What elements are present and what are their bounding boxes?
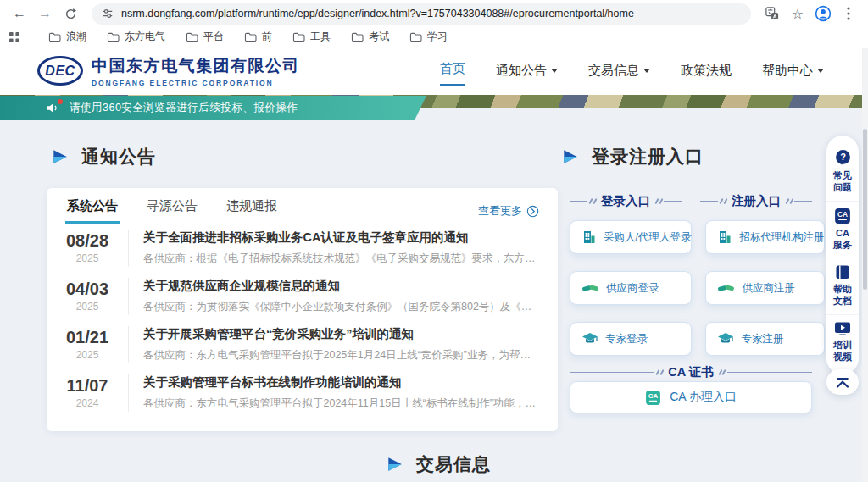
notice-desc: 各供应商：东方电气采购管理平台拟于2025年1月24日上线“竞价采购”业务，为帮…: [143, 348, 541, 363]
handshake-icon: [581, 282, 599, 295]
browser-menu-icon[interactable]: [837, 3, 860, 25]
company-logo[interactable]: DEC 中国东方电气集团有限公司 DONGFANG ELECTRIC CORPO…: [37, 55, 300, 87]
ca-badge-icon: CA: [645, 390, 661, 406]
svg-text:CA: CA: [837, 209, 848, 218]
trade-section-header: 交易信息: [386, 452, 491, 476]
bookmark-folder[interactable]: 考试: [344, 28, 396, 46]
notice-row[interactable]: 11/07 2024 关于采购管理平台标书在线制作功能培训的通知 各供应商：东方…: [47, 368, 558, 417]
svg-text:CA: CA: [648, 392, 659, 400]
notification-dot: [58, 99, 63, 104]
building-icon: [581, 230, 597, 245]
graduation-cap-icon: [717, 332, 734, 346]
notice-title: 关于全面推进非招标采购业务CA认证及电子签章应用的通知: [143, 230, 541, 246]
tab-sourcing-notices[interactable]: 寻源公告: [145, 189, 199, 224]
site-header: DEC 中国东方电气集团有限公司 DONGFANG ELECTRIC CORPO…: [0, 47, 868, 94]
section-arrow-icon: [386, 455, 404, 474]
expert-register-button[interactable]: 专家注册: [705, 322, 825, 356]
notice-row[interactable]: 08/28 2025 关于全面推进非招标采购业务CA认证及电子签章应用的通知 各…: [47, 224, 558, 272]
speaker-icon: [46, 102, 61, 115]
tab-system-notices[interactable]: 系统公告: [65, 189, 120, 224]
nav-notices[interactable]: 通知公告: [496, 58, 558, 84]
url-bar[interactable]: nsrm.dongfang.com/platform/runtime/epp/d…: [92, 3, 751, 25]
notice-desc: 各供应商：东方电气采购管理平台拟于2024年11月15日上线“标书在线制作”功能…: [143, 396, 541, 411]
bookmark-label: 浪潮: [66, 30, 86, 44]
graduation-cap-icon: [581, 332, 598, 346]
view-more-link[interactable]: 查看更多: [478, 203, 539, 224]
register-entry-header: 注册入口: [732, 193, 781, 209]
expert-login-button[interactable]: 专家登录: [570, 322, 692, 356]
notice-title: 关于规范供应商企业规模信息的通知: [143, 278, 541, 294]
scrollbar-thumb[interactable]: [863, 129, 867, 290]
apps-grid-icon[interactable]: [8, 31, 20, 43]
book-icon: [834, 264, 851, 280]
ca-badge-icon: CA: [834, 208, 851, 224]
bookmark-folder[interactable]: 平台: [179, 28, 231, 46]
bookmark-label: 考试: [369, 30, 389, 44]
nav-home[interactable]: 首页: [440, 56, 465, 86]
bookmark-folder[interactable]: 工具: [286, 28, 337, 46]
chevron-down-icon: [817, 69, 824, 76]
floating-rail: ? 常见问题 CA CA服务 帮助文档: [826, 136, 859, 374]
bookmark-folder[interactable]: 浪潮: [42, 28, 93, 46]
login-entry-header: 登录入口: [601, 193, 650, 209]
notice-date: 08/28: [53, 231, 121, 251]
main-nav: 首页 通知公告 交易信息 政策法规 帮助中心: [440, 56, 824, 86]
dec-logo-icon: DEC: [37, 56, 83, 86]
folder-icon: [351, 31, 364, 42]
company-name-cn: 中国东方电气集团有限公司: [92, 55, 300, 77]
rail-training-videos[interactable]: 培训视频: [826, 314, 859, 370]
nav-trade-info[interactable]: 交易信息: [588, 58, 650, 84]
notice-row[interactable]: 04/03 2025 关于规范供应商企业规模信息的通知 各供应商：为贯彻落实《保…: [47, 272, 558, 320]
svg-text:?: ?: [840, 152, 846, 162]
notice-date: 04/03: [53, 280, 121, 299]
ca-apply-button[interactable]: CA CA 办理入口: [570, 381, 812, 413]
bookmark-label: 东方电气: [125, 30, 165, 44]
login-register-grid: 采购人/代理人登录 招标代理机构注册 供应商登录: [570, 220, 812, 356]
bookmark-label: 平台: [203, 30, 224, 44]
rail-help-docs[interactable]: 帮助文档: [826, 258, 859, 314]
notice-year: 2024: [53, 397, 121, 409]
bookmark-folder[interactable]: 学习: [403, 28, 454, 46]
bookmark-label: 前: [262, 30, 272, 44]
bookmark-folder[interactable]: 东方电气: [100, 28, 172, 46]
folder-icon: [186, 31, 198, 42]
page-scrollbar[interactable]: [862, 48, 868, 482]
notice-date: 01/21: [53, 328, 121, 347]
notice-year: 2025: [53, 252, 121, 264]
translate-icon[interactable]: [761, 3, 783, 25]
agency-register-button[interactable]: 招标代理机构注册: [705, 220, 825, 254]
site-info-icon[interactable]: [102, 8, 114, 19]
login-section-header: 登录注册入口: [561, 145, 704, 169]
section-title: 登录注册入口: [592, 145, 704, 169]
supplier-login-button[interactable]: 供应商登录: [570, 271, 692, 305]
rail-ca-service[interactable]: CA CA服务: [826, 201, 859, 258]
folder-icon: [292, 31, 305, 42]
bookmark-label: 工具: [310, 30, 331, 44]
nav-policies[interactable]: 政策法规: [681, 58, 732, 84]
notice-title: 关于开展采购管理平台“竞价采购业务”培训的通知: [143, 326, 541, 342]
back-icon[interactable]: ←: [8, 3, 31, 25]
bookmark-star-icon[interactable]: ☆: [787, 3, 809, 25]
reload-icon[interactable]: [59, 3, 81, 25]
main-content: 通知公告 系统公告 寻源公告 违规通报 查看更多 08/28 2025: [0, 108, 868, 482]
notice-row[interactable]: 01/21 2025 关于开展采购管理平台“竞价采购业务”培训的通知 各供应商：…: [47, 320, 558, 368]
tab-violation-reports[interactable]: 违规通报: [225, 189, 279, 224]
rail-faq[interactable]: ? 常见问题: [826, 143, 859, 201]
handshake-icon: [717, 282, 735, 295]
back-to-top-button[interactable]: [826, 369, 859, 395]
notice-desc: 各供应商：根据《电子招标投标系统技术规范》《电子采购交易规范》要求，东方电气采购…: [143, 252, 541, 266]
notices-card: 系统公告 寻源公告 违规通报 查看更多 08/28 2025 关于全面推: [47, 188, 558, 431]
profile-avatar-icon[interactable]: [812, 3, 834, 25]
entry-headers: 登录入口 注册入口: [570, 193, 812, 209]
purchaser-login-button[interactable]: 采购人/代理人登录: [570, 220, 692, 254]
bookmark-folder[interactable]: 前: [237, 28, 279, 46]
supplier-register-button[interactable]: 供应商注册: [705, 271, 825, 305]
notice-year: 2025: [53, 349, 121, 361]
ca-cert-header: CA 证书: [570, 364, 812, 380]
notice-date: 11/07: [53, 376, 121, 396]
url-text: nsrm.dongfang.com/platform/runtime/epp/d…: [121, 8, 634, 19]
nav-help-center[interactable]: 帮助中心: [762, 58, 824, 84]
forward-icon[interactable]: →: [34, 3, 56, 25]
bookmarks-separator: [31, 31, 31, 43]
question-bubble-icon: ?: [834, 149, 852, 167]
